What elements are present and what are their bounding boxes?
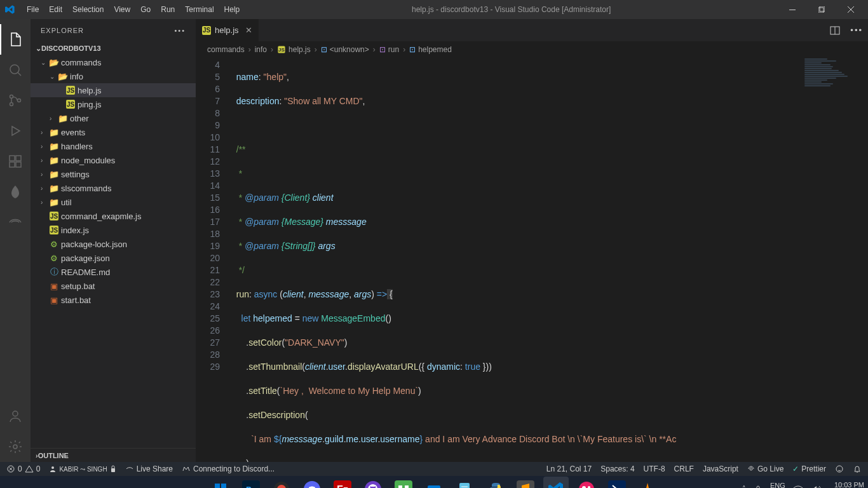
menu-edit[interactable]: Edit: [44, 3, 67, 17]
folder-settings[interactable]: ›📁settings: [31, 167, 196, 181]
tb-vscode-icon[interactable]: [543, 477, 569, 489]
folder-util[interactable]: ›📁util: [31, 195, 196, 209]
breadcrumb-unknown[interactable]: <unknown>: [330, 45, 369, 54]
tb-store-icon[interactable]: [421, 477, 447, 489]
status-bell-icon[interactable]: [853, 464, 862, 473]
tb-sublime-icon[interactable]: [513, 477, 538, 489]
svg-rect-33: [398, 485, 402, 489]
file-ping-js[interactable]: JSping.js: [31, 97, 196, 111]
tb-clock[interactable]: 10:03 PM 27-09-2021: [829, 481, 864, 489]
folder-events[interactable]: ›📁events: [31, 125, 196, 139]
more-actions-icon[interactable]: •••: [850, 25, 863, 35]
run-debug-icon[interactable]: [0, 116, 31, 146]
tb-volume-icon[interactable]: [811, 485, 821, 489]
file-package-json[interactable]: ⚙package.json: [31, 251, 196, 265]
svg-rect-9: [10, 162, 15, 167]
svg-point-18: [750, 468, 752, 470]
folder-commands[interactable]: ⌄📂commands: [31, 55, 196, 69]
tabs-bar: JS help.js ✕ •••: [196, 19, 868, 41]
more-icon[interactable]: •••: [174, 27, 186, 34]
code-editor[interactable]: 4567891011121314151617181920212223242526…: [196, 58, 868, 462]
tb-python-icon[interactable]: [482, 477, 508, 489]
tb-record-icon[interactable]: [269, 477, 294, 489]
status-prettier[interactable]: ✓Prettier: [792, 464, 826, 473]
tb-notepad-icon[interactable]: [452, 477, 477, 489]
tb-app2-icon[interactable]: [574, 477, 599, 489]
maximize-button[interactable]: [807, 0, 836, 19]
search-icon[interactable]: [0, 55, 31, 85]
breadcrumb-run[interactable]: run: [388, 45, 399, 54]
status-eol[interactable]: CRLF: [674, 464, 694, 473]
extensions-icon[interactable]: [0, 146, 31, 177]
file-package-lock[interactable]: ⚙package-lock.json: [31, 237, 196, 251]
status-discord[interactable]: Connecting to Discord...: [182, 464, 275, 473]
breadcrumb-helpemed[interactable]: helpemed: [418, 45, 452, 54]
code-content[interactable]: name: "help", description: "Show all MY …: [231, 58, 868, 462]
menu-file[interactable]: File: [22, 3, 44, 17]
breadcrumb-commands[interactable]: commands: [207, 45, 245, 54]
folder-other[interactable]: ›📁other: [31, 111, 196, 125]
split-editor-icon[interactable]: [830, 25, 840, 36]
tb-vlc-icon[interactable]: [635, 477, 660, 489]
breadcrumb-info[interactable]: info: [255, 45, 267, 54]
breadcrumbs[interactable]: commands› info› JShelp.js› ⊡<unknown>› ⊡…: [196, 41, 868, 58]
tb-discord-icon[interactable]: [299, 477, 325, 489]
status-position[interactable]: Ln 21, Col 17: [546, 464, 592, 473]
minimize-button[interactable]: [778, 0, 807, 19]
status-feedback-icon[interactable]: [835, 464, 844, 473]
folder-slscommands[interactable]: ›📁slscommands: [31, 181, 196, 195]
tb-powershell-icon[interactable]: [604, 477, 630, 489]
status-problems[interactable]: 0 0: [6, 464, 40, 473]
main-area: EXPLORER ••• ⌄ DISCORDBOTV13 ⌄📂commands …: [0, 19, 868, 462]
file-start-bat[interactable]: ▣start.bat: [31, 293, 196, 307]
menu-go[interactable]: Go: [135, 3, 156, 17]
folder-node-modules[interactable]: ›📁node_modules: [31, 153, 196, 167]
outline-header[interactable]: › OUTLINE: [31, 448, 196, 462]
menu-help[interactable]: Help: [219, 3, 245, 17]
tb-language[interactable]: ENGUS: [770, 482, 785, 489]
status-golive[interactable]: Go Live: [747, 464, 783, 473]
liveshare-icon[interactable]: [0, 207, 31, 238]
source-control-icon[interactable]: [0, 85, 31, 116]
file-command-example[interactable]: JScommand_exapmle.js: [31, 209, 196, 223]
status-user[interactable]: KABIR ⤳ SINGH: [49, 465, 116, 473]
tb-github-icon[interactable]: [360, 477, 386, 489]
menu-terminal[interactable]: Terminal: [180, 3, 219, 17]
folder-handlers[interactable]: ›📁handlers: [31, 139, 196, 153]
status-liveshare[interactable]: Live Share: [125, 464, 173, 473]
status-language[interactable]: JavaScript: [703, 464, 738, 473]
file-help-js[interactable]: JShelp.js: [31, 83, 196, 97]
close-button[interactable]: [836, 0, 865, 19]
tb-wifi-icon[interactable]: [793, 485, 803, 489]
mongodb-icon[interactable]: [0, 177, 31, 207]
menu-run[interactable]: Run: [156, 3, 180, 17]
tb-start-icon[interactable]: [208, 477, 233, 489]
tab-close-icon[interactable]: ✕: [245, 25, 252, 35]
breadcrumb-file[interactable]: help.js: [288, 45, 311, 54]
tb-photoshop-icon[interactable]: Ps: [238, 477, 264, 489]
status-spaces[interactable]: Spaces: 4: [600, 464, 634, 473]
tb-tray-chevron-icon[interactable]: ˄: [742, 485, 746, 488]
minimap[interactable]: [802, 58, 859, 462]
explorer-icon[interactable]: [0, 24, 31, 55]
svg-point-3: [10, 65, 19, 74]
svg-rect-50: [757, 486, 759, 489]
menu-selection[interactable]: Selection: [67, 3, 109, 17]
file-index-js[interactable]: JSindex.js: [31, 223, 196, 237]
svg-rect-2: [820, 6, 825, 11]
tab-help-js[interactable]: JS help.js ✕: [196, 19, 259, 41]
tb-mic-icon[interactable]: [754, 485, 763, 489]
svg-text:Ps: Ps: [246, 485, 256, 489]
file-setup-bat[interactable]: ▣setup.bat: [31, 279, 196, 293]
status-encoding[interactable]: UTF-8: [644, 464, 665, 473]
editor-area: JS help.js ✕ ••• commands› info› JShelp.…: [196, 19, 868, 462]
file-readme[interactable]: ⓘREADME.md: [31, 265, 196, 279]
svg-rect-7: [10, 156, 15, 161]
folder-info[interactable]: ⌄📂info: [31, 69, 196, 83]
settings-icon[interactable]: [0, 431, 31, 462]
account-icon[interactable]: [0, 401, 31, 431]
project-header[interactable]: ⌄ DISCORDBOTV13: [31, 41, 196, 55]
tb-filezilla-icon[interactable]: Fz: [330, 477, 355, 489]
menu-view[interactable]: View: [109, 3, 135, 17]
tb-app1-icon[interactable]: [391, 477, 416, 489]
